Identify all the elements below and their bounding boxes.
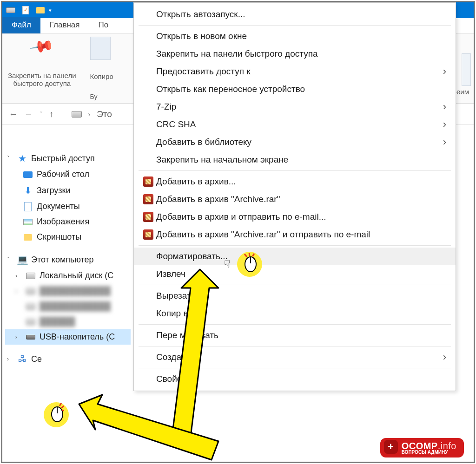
ctx-rar-email[interactable]: Добавить в архив и отправить по e-mail..… bbox=[134, 208, 456, 226]
nav-back-icon[interactable]: ← bbox=[9, 109, 18, 119]
ctx-library[interactable]: Добавить в библиотеку› bbox=[134, 133, 456, 151]
nav-forward-icon[interactable]: → bbox=[24, 109, 33, 119]
ctx-rar-add[interactable]: Добавить в архив... bbox=[134, 173, 456, 190]
ctx-label: Открыть в новом окне bbox=[156, 31, 446, 41]
ribbon-pin-group[interactable]: 📌 Закрепить на панели быстрого доступа bbox=[8, 37, 76, 103]
ctx-rar-add-named[interactable]: Добавить в архив "Archive.rar" bbox=[134, 190, 456, 208]
svg-line-7 bbox=[60, 403, 61, 406]
tab-file[interactable]: Файл bbox=[2, 17, 40, 33]
ctx-crc[interactable]: CRC SHA› bbox=[134, 116, 456, 133]
ctx-separator bbox=[139, 170, 451, 171]
ctx-label: Добавить в архив "Archive.rar" и отправи… bbox=[156, 229, 446, 240]
chevron-down-icon[interactable]: ˅ bbox=[7, 256, 13, 263]
breadcrumb-sep-icon[interactable]: › bbox=[88, 111, 91, 118]
star-icon: ★ bbox=[17, 153, 27, 164]
winrar-icon bbox=[140, 229, 156, 240]
chevron-right-icon: › bbox=[443, 351, 446, 363]
ctx-label: Добавить в архив "Archive.rar" bbox=[156, 194, 446, 204]
ribbon-copy-label: Копиро bbox=[90, 72, 113, 80]
computer-icon: 💻 bbox=[17, 254, 27, 265]
ctx-label: Закрепить на панели быстрого доступа bbox=[156, 49, 446, 59]
ctx-portable[interactable]: Открыть как переносное устройство bbox=[134, 80, 456, 98]
tree-label: Рабочий стол bbox=[37, 170, 89, 179]
desktop-icon bbox=[23, 171, 33, 178]
folder-icon bbox=[23, 234, 33, 241]
ribbon-pin-label-1: Закрепить на панели bbox=[8, 72, 76, 79]
ribbon-copy-group[interactable]: Копиро Бу bbox=[90, 37, 113, 103]
chevron-right-icon: › bbox=[443, 65, 446, 78]
ribbon-pin-label-2: быстрого доступа bbox=[8, 79, 76, 87]
mouse-click-icon bbox=[50, 403, 64, 423]
tree-label: Скриншоты bbox=[37, 232, 81, 242]
tab-share[interactable]: По bbox=[89, 17, 118, 33]
ribbon-right-strip bbox=[462, 53, 471, 86]
folder-icon bbox=[36, 6, 45, 14]
winrar-icon bbox=[140, 212, 156, 222]
chevron-right-icon: › bbox=[443, 118, 446, 131]
ctx-rar-named-email[interactable]: Добавить в архив "Archive.rar" и отправи… bbox=[134, 226, 456, 243]
tree-label: Изображения bbox=[37, 217, 89, 227]
tree-desktop[interactable]: Рабочий стол bbox=[5, 167, 131, 182]
chevron-down-icon[interactable]: ˅ bbox=[7, 155, 13, 162]
tree-label: Се bbox=[31, 354, 42, 364]
tab-home[interactable]: Главная bbox=[40, 17, 89, 33]
breadcrumb-root[interactable]: Это bbox=[97, 109, 112, 119]
pictures-icon bbox=[23, 219, 33, 225]
svg-line-2 bbox=[245, 254, 247, 257]
ctx-label: Добавить в архив и отправить по e-mail..… bbox=[156, 212, 446, 222]
document-icon bbox=[23, 202, 33, 211]
tree-quick-access[interactable]: ˅ ★ Быстрый доступ bbox=[5, 150, 131, 167]
download-icon: ⬇ bbox=[23, 185, 33, 196]
ctx-separator bbox=[139, 25, 451, 26]
usb-icon bbox=[26, 335, 36, 340]
chevron-right-icon: › bbox=[443, 136, 446, 148]
ctx-label: Предоставить доступ к bbox=[156, 66, 443, 77]
ctx-label: CRC SHA bbox=[156, 119, 443, 130]
svg-line-8 bbox=[61, 406, 64, 408]
svg-marker-11 bbox=[79, 395, 218, 460]
qat-dropdown-icon[interactable]: ▾ bbox=[49, 7, 52, 13]
ctx-share[interactable]: Предоставить доступ к› bbox=[134, 63, 456, 80]
file-checklist-icon bbox=[21, 6, 30, 14]
tree-label: Загрузки bbox=[37, 186, 70, 196]
tree-screenshots[interactable]: Скриншоты bbox=[5, 229, 131, 245]
ctx-new-window[interactable]: Открыть в новом окне bbox=[134, 27, 456, 45]
tree-label: Быстрый доступ bbox=[31, 154, 95, 163]
nav-history-icon[interactable]: ˅ bbox=[40, 111, 43, 118]
chevron-right-icon[interactable]: › bbox=[7, 356, 13, 362]
winrar-icon bbox=[140, 194, 156, 204]
annotation-arrow bbox=[70, 255, 279, 464]
mouse-click-icon bbox=[244, 253, 258, 273]
tree-documents[interactable]: Документы bbox=[5, 199, 131, 214]
svg-line-3 bbox=[249, 253, 250, 256]
chevron-right-icon[interactable]: › bbox=[15, 334, 22, 340]
ctx-label: Добавить в архив... bbox=[156, 176, 446, 187]
ctx-label: Открыть как переносное устройство bbox=[156, 84, 446, 94]
cursor-hand-icon: ☟ bbox=[224, 258, 230, 270]
chevron-right-icon: › bbox=[443, 101, 446, 113]
pin-icon: 📌 bbox=[29, 33, 55, 59]
ctx-pin-quick[interactable]: Закрепить на панели быстрого доступа bbox=[134, 45, 456, 63]
network-icon: 🖧 bbox=[17, 354, 27, 364]
nav-up-icon[interactable]: ↑ bbox=[49, 109, 54, 119]
ctx-label: 7-Zip bbox=[156, 102, 443, 112]
chevron-right-icon[interactable]: › bbox=[15, 273, 22, 279]
tree-pictures[interactable]: Изображения bbox=[5, 214, 131, 229]
copy-icon bbox=[90, 37, 111, 60]
ctx-autorun[interactable]: Открыть автозапуск... bbox=[134, 6, 456, 23]
ctx-label: Открыть автозапуск... bbox=[156, 9, 446, 20]
tree-label: Документы bbox=[37, 202, 80, 211]
watermark: + OCOMP.info ВОПРОСЫ АДМИНУ bbox=[380, 438, 464, 457]
svg-line-9 bbox=[62, 410, 64, 411]
disk-icon bbox=[26, 273, 36, 279]
ctx-pin-start[interactable]: Закрепить на начальном экране bbox=[134, 151, 456, 169]
ribbon-clipboard-label: Бу bbox=[90, 93, 98, 100]
ctx-7zip[interactable]: 7-Zip› bbox=[134, 98, 456, 116]
drive-icon bbox=[6, 6, 15, 14]
breadcrumb-drive-icon bbox=[72, 111, 82, 118]
ctx-label: Закрепить на начальном экране bbox=[156, 155, 446, 165]
ctx-separator bbox=[139, 245, 451, 246]
tree-downloads[interactable]: ⬇ Загрузки bbox=[5, 182, 131, 199]
ctx-label: Добавить в библиотеку bbox=[156, 137, 443, 147]
svg-line-4 bbox=[252, 254, 254, 256]
